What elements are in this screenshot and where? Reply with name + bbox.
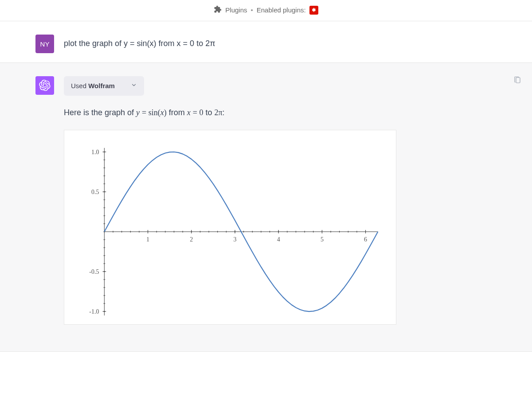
chevron-down-icon [131, 81, 137, 91]
user-avatar-initials: NY [40, 40, 50, 48]
wolfram-icon [311, 7, 317, 13]
used-plugin-pill[interactable]: Used Wolfram [64, 76, 144, 96]
chart-image: 123456-1.0-0.50.51.0 [64, 130, 396, 325]
svg-text:2: 2 [190, 236, 193, 242]
assistant-avatar [35, 76, 54, 95]
svg-text:3: 3 [233, 236, 236, 242]
svg-text:1.0: 1.0 [91, 148, 99, 155]
separator-dot: • [251, 6, 253, 14]
svg-text:-1.0: -1.0 [89, 308, 99, 315]
user-message-row: NY plot the graph of y = sin(x) from x =… [0, 21, 532, 63]
svg-text:-0.5: -0.5 [89, 268, 99, 275]
model-header: Plugins • Enabled plugins: [0, 0, 532, 21]
openai-icon [39, 80, 51, 91]
enabled-plugins-label: Enabled plugins: [257, 6, 306, 14]
svg-text:6: 6 [364, 236, 367, 242]
svg-rect-74 [516, 78, 520, 83]
copy-button[interactable] [513, 76, 521, 86]
user-avatar: NY [35, 35, 54, 53]
sin-chart: 123456-1.0-0.50.51.0 [73, 139, 387, 324]
svg-text:5: 5 [321, 236, 324, 242]
assistant-reply-text: Here is the graph of y = sin(x) from x =… [64, 106, 396, 119]
svg-text:4: 4 [277, 236, 280, 242]
plugins-label: Plugins [225, 6, 247, 14]
used-plugin-label: Used Wolfram [71, 81, 115, 91]
user-message-text: plot the graph of y = sin(x) from x = 0 … [64, 35, 215, 50]
wolfram-plugin-badge[interactable] [309, 6, 318, 15]
plugin-icon [214, 5, 222, 15]
clipboard-icon [513, 76, 521, 84]
assistant-message-row: Used Wolfram Here is the graph of y = si… [0, 63, 532, 352]
svg-text:0.5: 0.5 [91, 189, 99, 195]
svg-text:1: 1 [146, 236, 149, 242]
